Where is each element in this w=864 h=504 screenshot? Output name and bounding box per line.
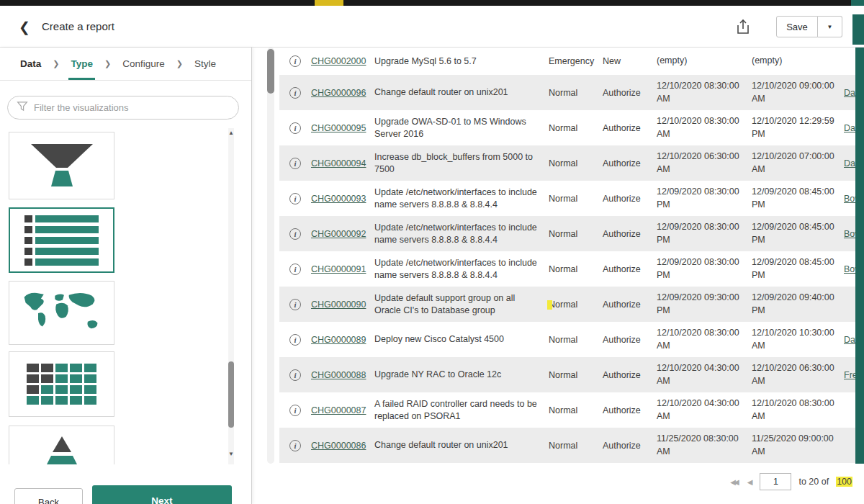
step-configure[interactable]: Configure [122, 58, 165, 69]
short-description: Update default support group on all Orac… [374, 292, 549, 317]
table-row: i CHG0000088 Upgrade NY RAC to Oracle 12… [279, 357, 864, 392]
filter-input[interactable] [34, 102, 230, 113]
viz-list-scrollbar-thumb[interactable] [228, 361, 234, 428]
page-number-input[interactable] [760, 473, 791, 490]
state-value: Authorize [603, 370, 657, 380]
change-number-link[interactable]: CHG0000086 [311, 441, 374, 451]
end-date: 12/10/2020 07:00:00 AM [752, 150, 844, 176]
change-number-link[interactable]: CHG0000091 [311, 264, 374, 274]
short-description: Upgrade MySql 5.6 to 5.7 [374, 55, 549, 68]
bar-list-icon [24, 215, 99, 266]
page-title: Create a report [42, 6, 114, 47]
table-row: i CHG0000095 Upgrade OWA-SD-01 to MS Win… [279, 110, 864, 145]
back-button[interactable]: Back [14, 488, 83, 504]
priority-value: Normal [549, 300, 603, 310]
change-number-link[interactable]: CHG0000092 [311, 229, 374, 239]
scroll-up-icon[interactable]: ▲ [226, 130, 236, 136]
row-info-button[interactable]: i [279, 87, 311, 99]
table-scrollbar-track [267, 48, 274, 464]
end-date: 12/09/2020 08:45:00 PM [752, 221, 844, 246]
change-number-link[interactable]: CHG0000095 [311, 123, 374, 133]
short-description: Update /etc/network/interfaces to includ… [374, 186, 549, 211]
row-info-button[interactable]: i [279, 122, 311, 134]
row-info-button[interactable]: i [279, 264, 311, 275]
save-dropdown-button[interactable]: ▼ [818, 16, 842, 37]
start-date: 12/10/2020 06:30:00 AM [657, 150, 752, 176]
change-number-link[interactable]: CHG0000096 [311, 88, 374, 98]
short-description: Update /etc/network/interfaces to includ… [374, 222, 549, 246]
start-date: 12/10/2020 08:30:00 AM [657, 327, 752, 352]
row-info-button[interactable]: i [279, 405, 311, 416]
info-icon: i [289, 193, 301, 204]
priority-value: Normal [549, 441, 603, 451]
priority-value: Normal [549, 335, 603, 345]
change-number-link[interactable]: CHG0000088 [311, 370, 374, 380]
row-info-button[interactable]: i [279, 158, 311, 169]
start-date: (empty) [657, 55, 752, 68]
priority-value: Normal [549, 123, 603, 133]
priority-value: Normal [549, 88, 603, 98]
row-info-button[interactable]: i [279, 440, 311, 451]
wizard-footer: Back Next [0, 464, 251, 504]
table-scrollbar-thumb[interactable] [267, 49, 274, 94]
row-info-button[interactable]: i [279, 334, 311, 346]
header-right-accent [852, 14, 864, 45]
strip-teal-segment [851, 0, 864, 6]
top-strip [0, 0, 864, 6]
step-chevron-icon: ❯ [104, 59, 111, 68]
state-value: Authorize [603, 88, 657, 98]
priority-value: Normal [549, 405, 603, 415]
start-date: 12/09/2020 08:30:00 PM [657, 256, 752, 282]
step-data[interactable]: Data [20, 58, 41, 69]
step-type[interactable]: Type [71, 58, 93, 69]
info-icon: i [289, 405, 301, 416]
state-value: Authorize [603, 441, 657, 451]
info-icon: i [289, 122, 301, 134]
right-edge-strip [855, 48, 864, 464]
short-description: Deploy new Cisco Catalyst 4500 [374, 333, 549, 346]
viz-card-map[interactable] [9, 281, 114, 345]
table-row: i CHG0000092 Update /etc/network/interfa… [279, 216, 864, 251]
scroll-down-icon[interactable]: ▼ [226, 451, 236, 457]
change-number-link[interactable]: CHG0002000 [311, 56, 374, 66]
change-number-link[interactable]: CHG0000093 [311, 194, 374, 204]
change-number-link[interactable]: CHG0000094 [311, 158, 374, 168]
priority-value: Normal [549, 194, 603, 204]
change-number-link[interactable]: CHG0000087 [311, 405, 374, 415]
filter-funnel-icon [17, 101, 28, 114]
row-info-button[interactable]: i [279, 193, 311, 204]
share-icon[interactable] [732, 15, 755, 38]
row-info-button[interactable]: i [279, 228, 311, 240]
heatmap-grid-icon [27, 364, 96, 405]
change-table: i CHG0002000 Upgrade MySql 5.6 to 5.7 Em… [279, 48, 864, 463]
table-row: i CHG0000091 Update /etc/network/interfa… [279, 251, 864, 287]
total-count-highlighted: 100 [836, 477, 852, 487]
end-date: 12/10/2020 08:30:00 AM [752, 397, 844, 423]
previous-page-icon[interactable]: ◀ [747, 478, 753, 486]
short-description: Update /etc/network/interfaces to includ… [374, 257, 549, 282]
start-date: 12/10/2020 04:30:00 AM [657, 397, 752, 423]
table-row: i CHG0002000 Upgrade MySql 5.6 to 5.7 Em… [279, 48, 864, 75]
priority-value: Normal [549, 370, 603, 380]
viz-card-heatmap[interactable] [9, 351, 114, 417]
step-style[interactable]: Style [194, 58, 216, 69]
back-chevron-icon[interactable]: ❮ [13, 16, 36, 37]
end-date: 12/09/2020 08:45:00 PM [752, 256, 844, 282]
row-range-text: to 20 of [798, 477, 829, 487]
save-button[interactable]: Save [776, 16, 818, 37]
start-date: 12/09/2020 08:30:00 PM [657, 221, 752, 246]
save-button-group: Save ▼ [776, 16, 842, 37]
info-icon: i [289, 158, 301, 169]
start-date: 12/10/2020 08:30:00 AM [657, 80, 752, 105]
row-info-button[interactable]: i [279, 369, 311, 381]
first-page-icon[interactable]: ◀◀ [730, 478, 739, 486]
next-button[interactable]: Next [92, 485, 232, 504]
viz-card-funnel[interactable] [9, 132, 114, 199]
state-value: Authorize [603, 123, 657, 133]
change-number-link[interactable]: CHG0000090 [311, 300, 374, 310]
row-info-button[interactable]: i [279, 299, 311, 310]
end-date: 12/10/2020 06:30:00 AM [752, 362, 844, 387]
viz-card-bar-list[interactable] [9, 207, 114, 273]
change-number-link[interactable]: CHG0000089 [311, 335, 374, 345]
row-info-button[interactable]: i [279, 55, 311, 67]
